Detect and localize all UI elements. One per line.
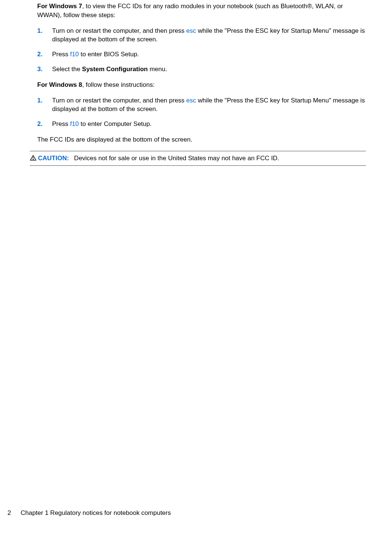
bold-text: System Configuration — [82, 66, 148, 73]
svg-point-1 — [33, 159, 33, 159]
caution-label: CAUTION: — [38, 154, 69, 163]
list-item: 1. Turn on or restart the computer, and … — [37, 96, 366, 114]
warning-icon — [30, 155, 36, 161]
intro-win7: For Windows 7, to view the FCC IDs for a… — [37, 2, 366, 20]
step-number: 1. — [37, 96, 52, 114]
step-text: Turn on or restart the computer, and the… — [52, 96, 366, 114]
intro-win8-rest: , follow these instructions: — [82, 81, 155, 88]
step-text: Press f10 to enter BIOS Setup. — [52, 50, 366, 59]
steps-win7: 1. Turn on or restart the computer, and … — [37, 26, 366, 74]
list-item: 3. Select the System Configuration menu. — [37, 65, 366, 74]
key-name: esc — [186, 27, 196, 34]
list-item: 2. Press f10 to enter Computer Setup. — [37, 120, 366, 129]
page-footer: 2 Chapter 1 Regulatory notices for noteb… — [0, 509, 392, 518]
page-number: 2 — [7, 509, 11, 518]
caution-text: Devices not for sale or use in the Unite… — [74, 154, 279, 163]
key-name: esc — [186, 97, 196, 104]
step-number: 1. — [37, 26, 52, 44]
caution-box: CAUTION: Devices not for sale or use in … — [30, 151, 366, 166]
chapter-title: Chapter 1 Regulatory notices for noteboo… — [20, 509, 171, 518]
list-item: 2. Press f10 to enter BIOS Setup. — [37, 50, 366, 59]
steps-win8: 1. Turn on or restart the computer, and … — [37, 96, 366, 129]
step-text: Turn on or restart the computer, and the… — [52, 26, 366, 44]
intro-win7-bold: For Windows 7 — [37, 3, 82, 10]
step-number: 3. — [37, 65, 52, 74]
intro-win7-rest: , to view the FCC IDs for any radio modu… — [37, 3, 343, 19]
list-item: 1. Turn on or restart the computer, and … — [37, 26, 366, 44]
intro-win8-bold: For Windows 8 — [37, 81, 82, 88]
intro-win8: For Windows 8, follow these instructions… — [37, 80, 366, 89]
step-text: Press f10 to enter Computer Setup. — [52, 120, 366, 129]
step-number: 2. — [37, 120, 52, 129]
step-number: 2. — [37, 50, 52, 59]
closing-paragraph: The FCC IDs are displayed at the bottom … — [37, 135, 366, 144]
step-text: Select the System Configuration menu. — [52, 65, 366, 74]
key-name: f10 — [70, 120, 79, 127]
document-body: For Windows 7, to view the FCC IDs for a… — [0, 0, 392, 166]
key-name: f10 — [70, 51, 79, 58]
